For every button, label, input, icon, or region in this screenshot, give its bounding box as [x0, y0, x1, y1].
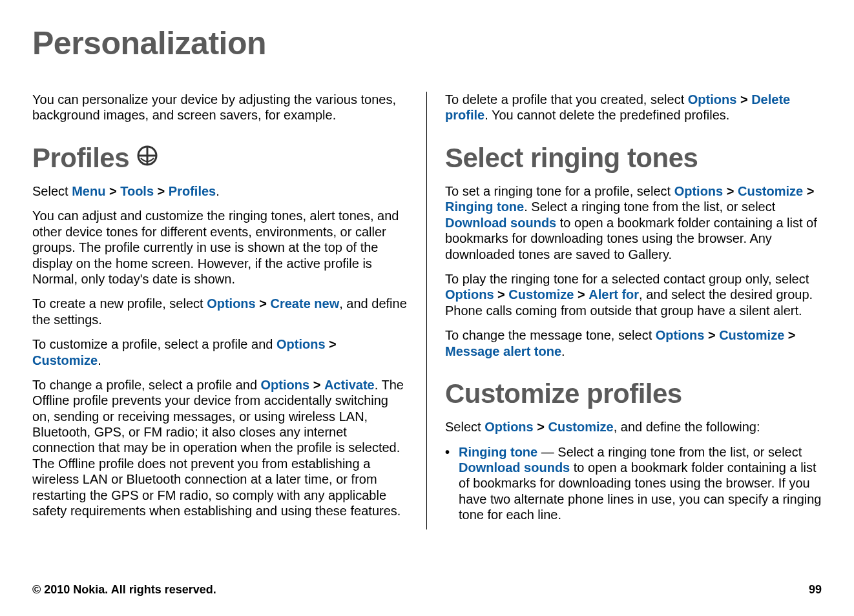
profiles-activate: To change a profile, select a profile an… [32, 377, 408, 519]
left-column: You can personalize your device by adjus… [32, 92, 427, 529]
separator: > [537, 420, 545, 434]
link-customize: Customize [508, 287, 574, 302]
link-options: Options [445, 287, 494, 302]
separator: > [259, 296, 267, 311]
heading-customize-profiles: Customize profiles [445, 377, 822, 410]
link-menu: Menu [72, 184, 105, 198]
text: — Select a ringing tone from the list, o… [537, 445, 802, 459]
text: Select [445, 420, 484, 434]
link-download-sounds: Download sounds [459, 460, 570, 475]
link-customize: Customize [548, 420, 614, 434]
separator: > [807, 184, 815, 198]
separator: > [313, 378, 321, 392]
customize-lead: Select Options > Customize, and define t… [445, 419, 822, 435]
ringing-p1: To set a ringing tone for a profile, sel… [445, 183, 822, 262]
separator: > [788, 328, 796, 342]
bullet-icon: • [445, 444, 450, 523]
link-customize: Customize [738, 184, 803, 198]
text: . [561, 344, 565, 358]
text: To delete a profile that you created, se… [445, 92, 688, 107]
link-customize: Customize [719, 328, 784, 342]
text: To customize a profile, select a profile… [32, 337, 276, 351]
separator: > [109, 184, 117, 198]
intro-text: You can personalize your device by adjus… [32, 92, 408, 123]
link-options: Options [261, 378, 310, 392]
link-options: Options [207, 296, 256, 311]
delete-profile: To delete a profile that you created, se… [445, 92, 822, 123]
link-options: Options [688, 92, 737, 107]
profiles-create: To create a new profile, select Options … [32, 296, 408, 327]
ringing-p2: To play the ringing tone for a selected … [445, 271, 822, 318]
separator: > [708, 328, 716, 342]
separator: > [727, 184, 734, 198]
link-options: Options [674, 184, 724, 198]
page-title: Personalization [32, 25, 822, 62]
link-ringing-tone: Ringing tone [459, 445, 537, 459]
text: To set a ringing tone for a profile, sel… [445, 184, 674, 198]
profiles-nav: Select Menu > Tools > Profiles. [32, 183, 408, 199]
link-ringing-tone: Ringing tone [445, 200, 524, 214]
profiles-para1: You can adjust and customize the ringing… [32, 208, 408, 287]
link-alert-for: Alert for [588, 287, 639, 302]
text: To create a new profile, select [32, 296, 207, 311]
link-profiles: Profiles [169, 184, 216, 198]
separator: > [497, 287, 505, 302]
text: . Select a ringing tone from the list, o… [524, 200, 775, 214]
text: Select [32, 184, 72, 198]
text: To change a profile, select a profile an… [32, 378, 261, 392]
heading-profiles: Profiles [32, 141, 408, 174]
separator: > [158, 184, 165, 198]
link-options: Options [484, 420, 534, 434]
text: . [98, 353, 101, 367]
page-number: 99 [809, 583, 822, 597]
link-download-sounds: Download sounds [445, 216, 556, 230]
text: . The Offline profile prevents your devi… [32, 378, 404, 518]
bullet-text: Ringing tone — Select a ringing tone fro… [459, 444, 822, 523]
link-activate: Activate [324, 378, 375, 392]
ringing-p3: To change the message tone, select Optio… [445, 327, 822, 359]
footer-copyright: © 2010 Nokia. All rights reserved. [32, 583, 216, 597]
text: To play the ringing tone for a selected … [445, 272, 809, 286]
right-column: To delete a profile that you created, se… [427, 92, 822, 529]
heading-profiles-label: Profiles [32, 141, 129, 174]
text: To change the message tone, select [445, 328, 656, 342]
text: . You cannot delete the predefined profi… [484, 108, 729, 122]
separator: > [740, 92, 748, 107]
text: , and define the following: [614, 420, 760, 434]
profiles-customize: To customize a profile, select a profile… [32, 336, 408, 368]
link-message-alert-tone: Message alert tone [445, 344, 561, 358]
separator: > [329, 337, 337, 351]
separator: > [578, 287, 585, 302]
link-tools: Tools [120, 184, 154, 198]
profiles-icon [136, 141, 159, 174]
link-customize: Customize [32, 353, 98, 367]
link-options: Options [276, 337, 326, 351]
list-item: • Ringing tone — Select a ringing tone f… [445, 444, 822, 523]
heading-ringing: Select ringing tones [445, 141, 822, 174]
link-create-new: Create new [271, 296, 340, 311]
link-options: Options [656, 328, 705, 342]
text: . [216, 184, 220, 198]
